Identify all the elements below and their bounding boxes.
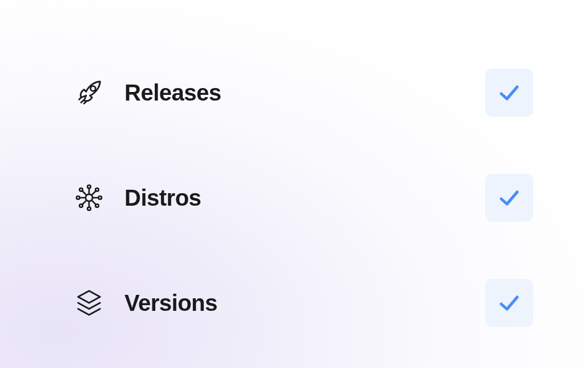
list-item: Versions (71, 279, 533, 327)
versions-checkbox[interactable] (485, 279, 533, 327)
svg-line-15 (91, 191, 96, 195)
svg-marker-21 (78, 291, 100, 303)
svg-line-17 (82, 200, 87, 205)
svg-point-8 (87, 207, 91, 210)
label-group: Distros (71, 179, 201, 216)
svg-point-20 (95, 204, 99, 207)
svg-point-18 (79, 204, 83, 207)
svg-line-1 (79, 97, 82, 99)
svg-line-2 (81, 100, 83, 102)
releases-checkbox[interactable] (485, 69, 533, 117)
distros-checkbox[interactable] (485, 174, 533, 222)
feature-list: Releases Dist (71, 69, 533, 327)
svg-point-10 (76, 196, 80, 199)
check-icon (497, 185, 522, 210)
hub-icon (71, 179, 107, 216)
check-icon (497, 80, 522, 105)
svg-line-13 (82, 191, 87, 195)
versions-label: Versions (124, 290, 218, 316)
svg-point-16 (95, 188, 99, 191)
layers-icon (71, 285, 107, 321)
label-group: Versions (71, 285, 218, 321)
distros-label: Distros (124, 185, 201, 211)
rocket-icon (71, 74, 107, 111)
svg-point-12 (98, 196, 102, 199)
svg-point-14 (79, 188, 83, 191)
check-icon (497, 290, 522, 315)
label-group: Releases (71, 74, 221, 111)
svg-line-19 (91, 200, 96, 205)
releases-label: Releases (124, 80, 221, 106)
list-item: Distros (71, 174, 533, 222)
svg-point-6 (87, 185, 91, 189)
svg-point-0 (91, 86, 96, 91)
list-item: Releases (71, 69, 533, 117)
